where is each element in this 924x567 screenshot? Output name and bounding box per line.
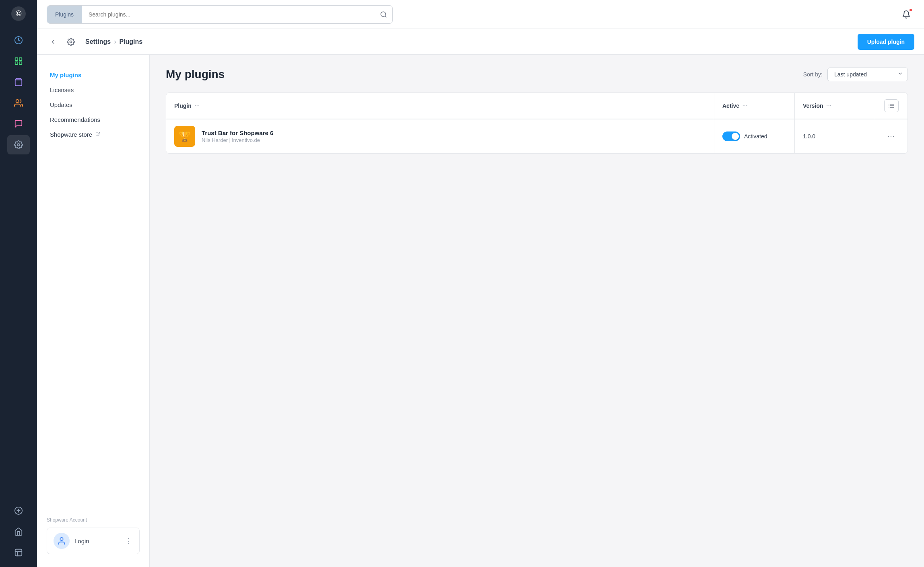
sort-select[interactable]: Last updated Name Active Version — [827, 68, 908, 81]
svg-rect-4 — [19, 58, 22, 60]
column-plugin-filter[interactable]: ··· — [195, 103, 200, 109]
sidebar-item-settings[interactable] — [7, 135, 30, 154]
svg-line-15 — [385, 16, 386, 17]
column-version-filter[interactable]: ··· — [827, 103, 832, 109]
sidebar-item-marketing[interactable] — [7, 114, 30, 134]
main-area: Plugins — [37, 0, 924, 567]
sidebar-logo: © — [10, 5, 27, 23]
breadcrumb-parent[interactable]: Settings — [85, 38, 111, 45]
svg-rect-3 — [15, 58, 18, 60]
notification-badge — [909, 8, 913, 12]
table-row: 🏆 Trust Bar for Shopware 6 Nils Harder |… — [166, 119, 908, 153]
svg-text:©: © — [16, 9, 22, 18]
sidebar-item-orders[interactable] — [7, 51, 30, 71]
svg-rect-13 — [15, 549, 22, 556]
active-cell: Activated — [714, 119, 795, 153]
plugin-cell: 🏆 Trust Bar for Shopware 6 Nils Harder |… — [166, 119, 714, 153]
table-header-active: Active ··· — [714, 93, 795, 119]
plugin-icon: 🏆 — [174, 126, 195, 147]
active-label: Activated — [744, 133, 767, 140]
sort-container: Sort by: Last updated Name Active Versio… — [803, 68, 908, 81]
sidebar-item-analytics[interactable] — [7, 543, 30, 562]
content-area: My plugins Licenses Updates Recommendati… — [37, 55, 924, 567]
sidebar-item-add[interactable] — [7, 501, 30, 520]
svg-point-9 — [17, 144, 20, 146]
search-input[interactable] — [82, 11, 375, 18]
shopware-account-card: Login ⋮ — [47, 528, 140, 554]
svg-point-18 — [60, 538, 63, 540]
column-active-filter[interactable]: ··· — [742, 103, 748, 109]
column-plugin-label: Plugin — [174, 103, 192, 109]
sidebar-bottom — [7, 501, 30, 562]
account-menu-button[interactable]: ⋮ — [125, 537, 133, 544]
page-title: My plugins — [166, 68, 225, 81]
sort-select-wrapper: Last updated Name Active Version — [827, 68, 908, 81]
toggle-knob — [732, 133, 739, 140]
table-header-plugin: Plugin ··· — [166, 93, 714, 119]
upload-plugin-button[interactable]: Upload plugin — [858, 34, 914, 50]
notification-button[interactable] — [898, 6, 914, 23]
breadcrumb-separator: › — [114, 38, 116, 45]
sidebar-nav — [0, 31, 37, 154]
shopware-account-section: Shopware Account Login ⋮ — [47, 517, 140, 554]
plugin-info: 🏆 Trust Bar for Shopware 6 Nils Harder |… — [174, 126, 273, 147]
left-nav-item-shopware-store[interactable]: Shopware store — [47, 127, 140, 142]
left-nav-item-recommendations[interactable]: Recommendations — [47, 112, 140, 127]
row-actions-button[interactable]: ··· — [887, 133, 895, 140]
sidebar-item-products[interactable] — [7, 72, 30, 92]
plugin-name[interactable]: Trust Bar for Shopware 6 — [202, 129, 273, 136]
main-content: My plugins Sort by: Last updated Name Ac… — [150, 55, 924, 567]
sidebar: © — [0, 0, 37, 567]
column-version-label: Version — [803, 103, 823, 109]
left-nav: My plugins Licenses Updates Recommendati… — [37, 55, 150, 567]
plugin-author: Nils Harder | inventivo.de — [202, 137, 273, 143]
svg-point-8 — [16, 100, 19, 103]
breadcrumb: Settings › Plugins — [85, 38, 142, 45]
topbar-right — [898, 6, 914, 23]
toggle-container: Activated — [722, 131, 767, 141]
external-link-icon — [95, 131, 100, 138]
page-header: My plugins Sort by: Last updated Name Ac… — [166, 68, 908, 81]
column-active-label: Active — [722, 103, 739, 109]
svg-rect-5 — [15, 62, 18, 64]
table-header-actions — [875, 93, 908, 119]
back-button[interactable] — [47, 35, 60, 48]
sidebar-item-dashboard[interactable] — [7, 31, 30, 50]
search-icon-button[interactable] — [375, 6, 392, 23]
sort-label: Sort by: — [803, 71, 823, 78]
plugin-table: Plugin ··· Active ··· Version ··· — [166, 92, 908, 154]
topbar: Plugins — [37, 0, 924, 29]
subheader: Settings › Plugins Upload plugin — [37, 29, 924, 55]
shopware-account-label: Shopware Account — [47, 517, 140, 523]
actions-cell: ··· — [875, 119, 908, 153]
svg-line-17 — [97, 132, 100, 135]
table-settings-button[interactable] — [884, 99, 899, 112]
account-login-label: Login — [74, 538, 120, 544]
sidebar-item-store[interactable] — [7, 522, 30, 541]
left-nav-item-my-plugins[interactable]: My plugins — [47, 68, 140, 82]
version-cell: 1.0.0 — [795, 119, 875, 153]
table-header-version: Version ··· — [795, 93, 875, 119]
plugin-details: Trust Bar for Shopware 6 Nils Harder | i… — [202, 129, 273, 143]
left-nav-item-updates[interactable]: Updates — [47, 97, 140, 112]
search-container: Plugins — [47, 5, 393, 24]
version-text: 1.0.0 — [803, 133, 815, 140]
settings-icon-button[interactable] — [64, 35, 77, 48]
left-nav-item-licenses[interactable]: Licenses — [47, 82, 140, 97]
svg-point-16 — [70, 41, 72, 43]
active-toggle[interactable] — [722, 131, 740, 141]
svg-rect-6 — [19, 62, 22, 64]
breadcrumb-current: Plugins — [119, 38, 142, 45]
search-tab-label[interactable]: Plugins — [47, 6, 82, 23]
table-header: Plugin ··· Active ··· Version ··· — [166, 93, 908, 119]
account-avatar — [54, 533, 70, 549]
sidebar-item-customers[interactable] — [7, 93, 30, 113]
